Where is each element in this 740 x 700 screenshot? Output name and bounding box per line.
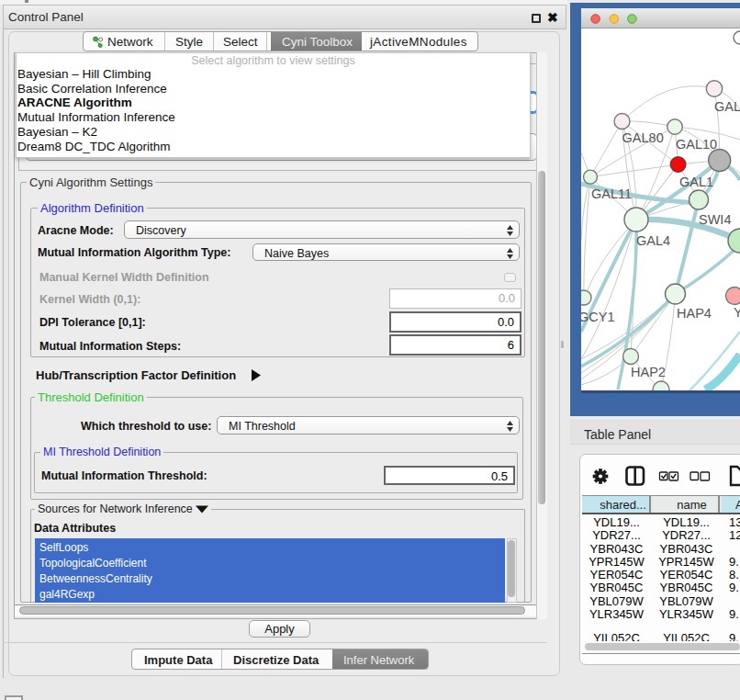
svg-text:HAP4: HAP4 [677,306,712,321]
svg-text:GAL4: GAL4 [636,233,670,248]
svg-text:YEL0: YEL0 [734,305,740,320]
svg-text:GAL1: GAL1 [679,175,713,189]
svg-text:GAL10: GAL10 [676,137,717,152]
svg-text:SWI4: SWI4 [699,212,731,227]
svg-text:HAP2: HAP2 [631,365,666,379]
svg-text:GCY1: GCY1 [581,310,615,324]
svg-text:GAL11: GAL11 [591,186,632,201]
svg-text:GAL80: GAL80 [622,130,664,145]
svg-text:GAL2: GAL2 [714,99,740,114]
